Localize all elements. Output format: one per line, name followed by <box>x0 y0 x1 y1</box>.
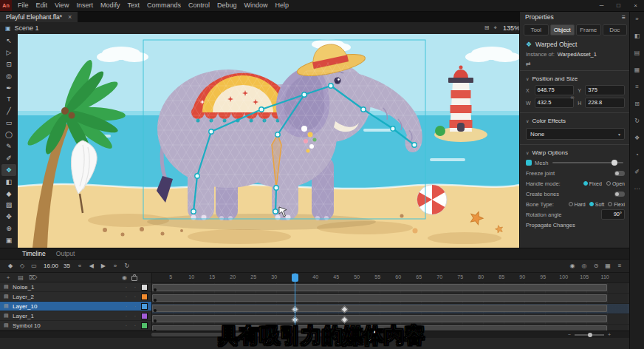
motion-presets-panel-icon[interactable]: ◔ <box>631 150 643 159</box>
propagate-changes-button[interactable]: Propagate Changes <box>526 222 575 228</box>
radio-open[interactable]: Open <box>606 181 625 186</box>
frame-span[interactable] <box>152 294 607 302</box>
link-wh-icon[interactable]: ∞ <box>570 94 574 99</box>
layer-row-layer-2[interactable]: ▤Layer_2·· <box>0 292 151 302</box>
keyframe-dot[interactable] <box>154 288 157 291</box>
freeze-joint-toggle[interactable] <box>614 171 625 176</box>
create-tween-icon[interactable]: ▦ <box>603 262 612 269</box>
swatches-panel-icon[interactable]: ▤ <box>631 48 643 57</box>
frame-row-layer-2[interactable] <box>152 294 630 304</box>
properties-tab-tool[interactable]: Tool <box>524 24 549 35</box>
layer-outline-color[interactable] <box>141 284 148 291</box>
timeline-tab-output[interactable]: Output <box>56 250 75 257</box>
insert-frame-icon[interactable]: ▭ <box>30 262 38 269</box>
add-folder-icon[interactable]: ▤ <box>16 274 25 281</box>
layer-outline-color[interactable] <box>141 303 148 310</box>
mesh-checkbox[interactable] <box>526 160 532 166</box>
layer-lock-dot[interactable]: · <box>132 314 138 319</box>
stage-canvas[interactable] <box>18 34 519 248</box>
insert-keyframe-icon[interactable]: ◆ <box>6 262 15 269</box>
layer-row-layer-10[interactable]: ▤Layer_10·· <box>0 302 151 311</box>
tab-close-icon[interactable]: × <box>68 13 72 21</box>
slider-knob[interactable] <box>612 160 617 166</box>
brush-library-panel-icon[interactable]: ✐ <box>631 167 643 176</box>
frame-ruler[interactable]: 5101520253035404550556065707580859095100… <box>152 273 630 283</box>
create-bones-toggle[interactable] <box>614 192 625 197</box>
rotation-angle-field[interactable]: 90° <box>601 209 625 220</box>
layer-visibility-dot[interactable]: · <box>123 285 129 290</box>
menu-text[interactable]: Text <box>123 0 143 11</box>
history-panel-icon[interactable]: ↻ <box>631 116 643 125</box>
collapse-caret-icon[interactable] <box>526 149 529 156</box>
center-stage-icon[interactable]: ⌖ <box>491 24 499 32</box>
loop-icon[interactable]: ↻ <box>123 262 131 269</box>
frame-view-icon[interactable]: ≡ <box>615 262 624 269</box>
oval-tool[interactable]: ◯ <box>1 129 16 140</box>
layer-lock-dot[interactable]: · <box>132 285 138 290</box>
window-minimize-button[interactable]: ─ <box>593 0 610 11</box>
mesh-density-slider[interactable] <box>552 162 623 163</box>
rectangle-tool[interactable]: ▭ <box>1 117 16 129</box>
keyframe-dot[interactable] <box>154 309 157 312</box>
field-y[interactable]: 375 <box>585 85 625 95</box>
brush-tool[interactable]: ✐ <box>1 152 16 164</box>
asset-warp-tool[interactable]: ❖ <box>1 164 16 176</box>
eyedropper-tool[interactable]: ◆ <box>1 188 16 200</box>
menu-debug[interactable]: Debug <box>213 0 241 11</box>
animate-app-icon[interactable]: An <box>0 0 12 11</box>
align-panel-icon[interactable]: ▦ <box>631 65 643 74</box>
layer-lock-dot[interactable]: · <box>132 294 138 299</box>
layer-visibility-dot[interactable]: · <box>123 314 129 319</box>
timeline-tab-timeline[interactable]: Timeline <box>22 250 46 257</box>
properties-tab-object[interactable]: Object <box>550 24 575 35</box>
layer-outline-color[interactable] <box>141 313 148 319</box>
menu-file[interactable]: File <box>14 0 32 11</box>
frame-row-noise-1[interactable] <box>152 283 630 294</box>
menu-control[interactable]: Control <box>185 0 213 11</box>
edit-symbols-icon[interactable]: ⊞ <box>482 24 492 32</box>
radio-fixed[interactable]: Fixed <box>583 181 602 186</box>
components-panel-icon[interactable]: ❖ <box>631 133 643 142</box>
pencil-tool[interactable]: ✎ <box>1 140 16 152</box>
field-w[interactable]: 432.5 <box>535 98 575 108</box>
layer-row-layer-1[interactable]: ▤Layer_1·· <box>0 311 151 321</box>
radio-soft[interactable]: Soft <box>589 202 604 207</box>
window-close-button[interactable]: × <box>627 0 644 11</box>
layer-lock-dot[interactable]: · <box>132 304 138 309</box>
frame-span[interactable] <box>152 305 607 312</box>
insert-blank-keyframe-icon[interactable]: ◇ <box>18 262 27 269</box>
menu-window[interactable]: Window <box>241 0 272 11</box>
color-effect-dropdown[interactable]: None ▾ <box>526 128 625 140</box>
play-icon[interactable]: ▶ <box>99 262 108 269</box>
document-tab[interactable]: Playful Elephant.fla* × <box>0 11 78 22</box>
frame-span[interactable] <box>152 284 607 291</box>
layer-row-noise-1[interactable]: ▤Noise_1·· <box>0 282 151 292</box>
field-x[interactable]: 648.75 <box>535 85 575 95</box>
zoom-tool[interactable]: ⊕ <box>1 223 16 234</box>
info-panel-icon[interactable]: ≡ <box>631 82 643 91</box>
delete-layer-icon[interactable]: ⌦ <box>29 274 38 281</box>
collapse-panels-icon[interactable]: » <box>631 14 643 23</box>
paint-bucket-tool[interactable]: ◧ <box>1 176 16 188</box>
menu-modify[interactable]: Modify <box>97 0 124 11</box>
layer-outline-color[interactable] <box>141 294 148 300</box>
menu-help[interactable]: Help <box>272 0 293 11</box>
free-transform-tool[interactable]: ⊡ <box>1 58 16 70</box>
playhead-marker[interactable] <box>292 274 298 282</box>
collapse-caret-icon[interactable] <box>526 118 529 124</box>
onion-skin-icon[interactable]: ◉ <box>568 262 577 269</box>
menu-insert[interactable]: Insert <box>72 0 97 11</box>
lock-column-icon[interactable] <box>131 276 137 281</box>
window-maximize-button[interactable]: □ <box>610 0 627 11</box>
layer-visibility-dot[interactable]: · <box>123 304 129 309</box>
frame-span[interactable] <box>152 315 607 322</box>
onion-skin-outlines-icon[interactable]: ◎ <box>580 262 589 269</box>
step-forward-icon[interactable]: » <box>111 262 120 269</box>
swap-symbol-icon[interactable]: ⇄ <box>526 61 531 67</box>
frame-row-layer-10[interactable] <box>152 304 630 314</box>
transform-panel-icon[interactable]: ⊞ <box>631 99 643 108</box>
properties-tab-frame[interactable]: Frame <box>576 24 601 35</box>
radio-flexi[interactable]: Flexi <box>608 202 625 207</box>
eraser-tool[interactable]: ▨ <box>1 199 16 211</box>
more-panels-icon[interactable]: ⋯ <box>631 184 643 193</box>
